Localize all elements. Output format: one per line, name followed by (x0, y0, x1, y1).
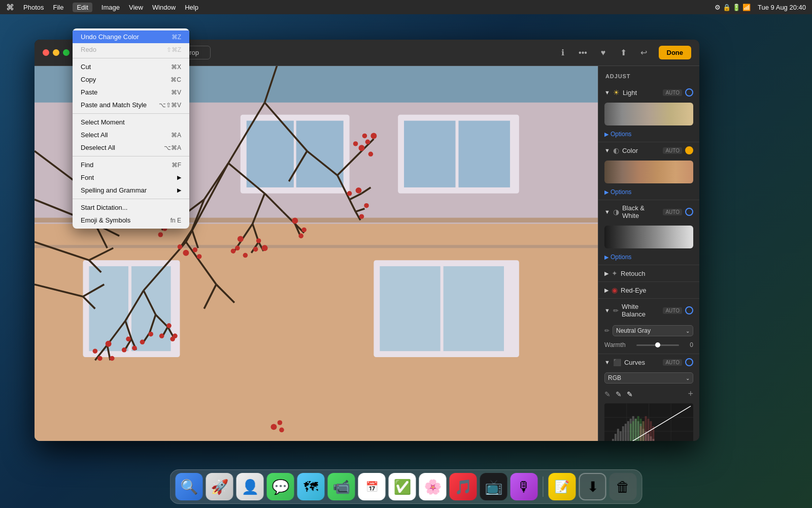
dock-podcasts[interactable]: 🎙 (511, 473, 538, 500)
menu-select-moment[interactable]: Select Moment (73, 116, 189, 129)
light-icon: ☀ (613, 88, 620, 97)
bw-icon: ◑ (613, 208, 619, 216)
info-icon[interactable]: ℹ (557, 47, 568, 58)
chevron-down-icon: ▼ (604, 89, 610, 96)
bw-toggle[interactable] (685, 208, 693, 216)
svg-rect-156 (640, 426, 642, 441)
svg-rect-17 (444, 266, 504, 351)
svg-rect-160 (650, 421, 652, 441)
dock-messages[interactable]: 💬 (267, 473, 294, 500)
color-icon: ◐ (613, 146, 619, 154)
color-options[interactable]: ▶ Options (598, 187, 699, 200)
dock-photos[interactable]: 🌸 (419, 473, 447, 500)
menubar-file[interactable]: File (53, 4, 63, 11)
close-button[interactable] (43, 49, 49, 56)
menu-paste[interactable]: Paste ⌘V (73, 86, 189, 99)
menu-paste-match-shortcut: ⌥⇧⌘V (159, 102, 181, 109)
wb-toggle[interactable] (685, 306, 693, 314)
menu-paste-label: Paste (81, 88, 171, 96)
done-button[interactable]: Done (659, 46, 692, 59)
dock-trash[interactable]: 🗑 (610, 473, 637, 500)
dock-facetime[interactable]: 📹 (328, 473, 355, 500)
light-header[interactable]: ▼ ☀ Light AUTO (598, 84, 699, 101)
chevron-down-icon-bw: ▼ (604, 209, 610, 215)
bw-options[interactable]: ▶ Options (598, 252, 699, 265)
minimize-button[interactable] (53, 49, 59, 56)
menu-cut[interactable]: Cut ⌘X (73, 60, 189, 73)
eyedropper-gray-icon[interactable]: ✎ (616, 390, 622, 398)
dock-maps[interactable]: 🗺 (297, 473, 325, 500)
svg-point-92 (298, 234, 303, 239)
menubar-image[interactable]: Image (101, 4, 120, 11)
more-icon[interactable]: ••• (578, 47, 589, 58)
light-toggle[interactable] (685, 88, 693, 97)
svg-rect-16 (380, 266, 440, 351)
heart-icon[interactable]: ♥ (598, 47, 609, 58)
menu-spelling[interactable]: Spelling and Grammar ▶ (73, 184, 189, 197)
eyedropper-black-icon[interactable]: ✎ (604, 390, 611, 398)
rgb-channel-select[interactable]: RGB ⌄ (604, 372, 693, 384)
color-header[interactable]: ▼ ◐ Color AUTO (598, 142, 699, 158)
retouch-header[interactable]: ▶ ✦ Retouch (598, 265, 699, 281)
menu-paste-match[interactable]: Paste and Match Style ⌥⇧⌘V (73, 99, 189, 111)
wb-header[interactable]: ▼ ✏ White Balance AUTO (598, 299, 699, 322)
menu-font-label: Font (81, 174, 177, 181)
menu-deselect-all[interactable]: Deselect All ⌥⌘A (73, 141, 189, 154)
menu-dictation[interactable]: Start Dictation... (73, 201, 189, 214)
bw-header[interactable]: ▼ ◑ Black & White AUTO (598, 200, 699, 224)
dock-appletv[interactable]: 📺 (480, 473, 507, 500)
dock-reminders[interactable]: ✅ (389, 473, 416, 500)
curves-graph (604, 403, 693, 441)
dock-calendar[interactable]: 📅 (358, 473, 386, 500)
menu-redo-label: Redo (81, 46, 166, 53)
wb-auto-badge: AUTO (663, 307, 682, 314)
menubar-view[interactable]: View (129, 4, 143, 11)
svg-rect-14 (131, 266, 171, 351)
dock-downloads[interactable]: ⬇ (579, 473, 606, 500)
menu-select-all[interactable]: Select All ⌘A (73, 129, 189, 141)
svg-rect-134 (622, 426, 624, 441)
menu-redo[interactable]: Redo ⇧⌘Z (73, 43, 189, 56)
chevron-down-icon-curves: ▼ (604, 359, 610, 365)
dock-finder[interactable]: 🔍 (176, 473, 203, 500)
menubar-edit[interactable]: Edit (73, 3, 92, 12)
svg-rect-5 (296, 121, 344, 187)
menu-font[interactable]: Font ▶ (73, 171, 189, 184)
menubar-photos[interactable]: Photos (23, 4, 44, 11)
wb-label: White Balance (622, 303, 660, 318)
menu-find-label: Find (81, 161, 172, 169)
menubar-window[interactable]: Window (152, 4, 176, 11)
menu-select-all-label: Select All (81, 131, 171, 139)
svg-point-90 (292, 218, 298, 224)
dock-contacts[interactable]: 👤 (236, 473, 264, 500)
dock-notes[interactable]: 📝 (549, 473, 576, 500)
edit-menu: Undo Change Color ⌘Z Redo ⇧⌘Z Cut ⌘X Cop… (73, 28, 189, 229)
menu-undo[interactable]: Undo Change Color ⌘Z (73, 30, 189, 43)
apple-menu[interactable]: ⌘ (6, 3, 14, 12)
menu-copy[interactable]: Copy ⌘C (73, 73, 189, 86)
svg-point-91 (301, 228, 307, 233)
svg-point-89 (359, 214, 364, 219)
eyedropper-white-icon[interactable]: ✎ (627, 390, 633, 398)
menu-emoji[interactable]: Emoji & Symbols fn E (73, 214, 189, 227)
svg-rect-136 (627, 421, 629, 441)
svg-point-121 (279, 428, 284, 433)
dock-launchpad[interactable]: 🚀 (206, 473, 233, 500)
wb-mode-select[interactable]: Neutral Gray ⌄ (613, 325, 693, 336)
menubar-help[interactable]: Help (185, 4, 198, 11)
menu-find[interactable]: Find ⌘F (73, 158, 189, 171)
svg-point-94 (256, 238, 261, 243)
curves-toggle[interactable] (685, 358, 693, 366)
redeye-header[interactable]: ▶ ◉ Red-Eye (598, 282, 699, 298)
dock-music[interactable]: 🎵 (450, 473, 477, 500)
revert-icon[interactable]: ↩ (638, 47, 650, 58)
light-options[interactable]: ▶ Options (598, 130, 699, 142)
curves-header[interactable]: ▼ ⬛ Curves AUTO (598, 354, 699, 370)
add-point-icon[interactable]: + (688, 389, 693, 399)
svg-rect-11 (458, 121, 510, 187)
color-toggle[interactable] (685, 146, 693, 154)
bw-label: Black & White (622, 204, 660, 219)
maximize-button[interactable] (63, 49, 70, 56)
share-icon[interactable]: ⬆ (618, 47, 629, 58)
warmth-slider[interactable] (636, 344, 679, 346)
